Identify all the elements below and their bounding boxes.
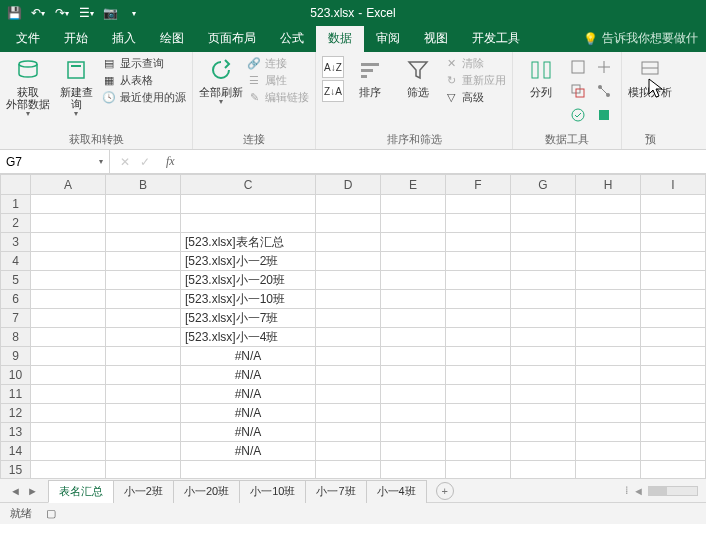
row-header-10[interactable]: 10 — [1, 366, 31, 385]
cell-I7[interactable] — [641, 309, 706, 328]
cell-C12[interactable]: #N/A — [181, 404, 316, 423]
tab-review[interactable]: 审阅 — [364, 25, 412, 52]
row-header-9[interactable]: 9 — [1, 347, 31, 366]
cell-E13[interactable] — [381, 423, 446, 442]
cell-F7[interactable] — [446, 309, 511, 328]
data-validation-button[interactable] — [567, 104, 589, 126]
cell-C11[interactable]: #N/A — [181, 385, 316, 404]
cell-H5[interactable] — [576, 271, 641, 290]
cell-F5[interactable] — [446, 271, 511, 290]
cell-F10[interactable] — [446, 366, 511, 385]
manage-data-model-button[interactable] — [593, 104, 615, 126]
cell-G15[interactable] — [511, 461, 576, 479]
cell-F12[interactable] — [446, 404, 511, 423]
cell-C3[interactable]: [523.xlsx]表名汇总 — [181, 233, 316, 252]
cell-D4[interactable] — [316, 252, 381, 271]
clear-filter-button[interactable]: ✕清除 — [444, 56, 506, 71]
show-queries-button[interactable]: ▤显示查询 — [102, 56, 186, 71]
cell-C6[interactable]: [523.xlsx]小一10班 — [181, 290, 316, 309]
cell-B11[interactable] — [106, 385, 181, 404]
cell-G10[interactable] — [511, 366, 576, 385]
cell-F2[interactable] — [446, 214, 511, 233]
cell-E3[interactable] — [381, 233, 446, 252]
name-box[interactable]: ▾ — [0, 150, 110, 173]
cell-E4[interactable] — [381, 252, 446, 271]
cell-G9[interactable] — [511, 347, 576, 366]
row-header-13[interactable]: 13 — [1, 423, 31, 442]
cell-D12[interactable] — [316, 404, 381, 423]
redo-icon[interactable]: ↷▾ — [54, 5, 70, 21]
cell-E9[interactable] — [381, 347, 446, 366]
cell-I5[interactable] — [641, 271, 706, 290]
cell-I13[interactable] — [641, 423, 706, 442]
cell-B15[interactable] — [106, 461, 181, 479]
column-header-G[interactable]: G — [511, 175, 576, 195]
row-header-6[interactable]: 6 — [1, 290, 31, 309]
tab-split-handle[interactable]: ⁞ — [625, 484, 629, 497]
cell-A3[interactable] — [31, 233, 106, 252]
add-sheet-button[interactable]: + — [436, 482, 454, 500]
cell-E7[interactable] — [381, 309, 446, 328]
text-to-columns-button[interactable]: 分列 — [519, 56, 563, 98]
cell-G2[interactable] — [511, 214, 576, 233]
cell-F6[interactable] — [446, 290, 511, 309]
cell-B12[interactable] — [106, 404, 181, 423]
cell-D8[interactable] — [316, 328, 381, 347]
reapply-button[interactable]: ↻重新应用 — [444, 73, 506, 88]
refresh-all-button[interactable]: 全部刷新▾ — [199, 56, 243, 107]
column-header-B[interactable]: B — [106, 175, 181, 195]
sort-button[interactable]: 排序 — [348, 56, 392, 98]
cell-H15[interactable] — [576, 461, 641, 479]
flash-fill-button[interactable] — [567, 56, 589, 78]
cell-E2[interactable] — [381, 214, 446, 233]
tab-draw[interactable]: 绘图 — [148, 25, 196, 52]
chevron-down-icon[interactable]: ▾ — [99, 157, 103, 166]
formula-input[interactable] — [185, 150, 706, 173]
save-icon[interactable]: 💾 — [6, 5, 22, 21]
filter-button[interactable]: 筛选 — [396, 56, 440, 98]
cell-A12[interactable] — [31, 404, 106, 423]
cell-D10[interactable] — [316, 366, 381, 385]
cell-E8[interactable] — [381, 328, 446, 347]
row-header-4[interactable]: 4 — [1, 252, 31, 271]
remove-duplicates-button[interactable] — [567, 80, 589, 102]
cell-H13[interactable] — [576, 423, 641, 442]
cell-A13[interactable] — [31, 423, 106, 442]
fx-icon[interactable]: fx — [166, 154, 175, 169]
cell-H9[interactable] — [576, 347, 641, 366]
cell-H2[interactable] — [576, 214, 641, 233]
column-header-E[interactable]: E — [381, 175, 446, 195]
column-header-A[interactable]: A — [31, 175, 106, 195]
scroll-left-icon[interactable]: ◄ — [633, 485, 644, 497]
sheet-tab-1[interactable]: 小一2班 — [113, 480, 174, 503]
cell-E5[interactable] — [381, 271, 446, 290]
sheet-nav-prev-icon[interactable]: ◄ — [10, 485, 21, 497]
cell-C10[interactable]: #N/A — [181, 366, 316, 385]
cell-I14[interactable] — [641, 442, 706, 461]
cell-A2[interactable] — [31, 214, 106, 233]
cell-G11[interactable] — [511, 385, 576, 404]
cell-F11[interactable] — [446, 385, 511, 404]
advanced-filter-button[interactable]: ▽高级 — [444, 90, 506, 105]
cell-F1[interactable] — [446, 195, 511, 214]
cell-G5[interactable] — [511, 271, 576, 290]
cell-G8[interactable] — [511, 328, 576, 347]
tab-insert[interactable]: 插入 — [100, 25, 148, 52]
cell-H6[interactable] — [576, 290, 641, 309]
get-external-data-button[interactable]: 获取 外部数据▾ — [6, 56, 50, 119]
cell-I9[interactable] — [641, 347, 706, 366]
row-header-11[interactable]: 11 — [1, 385, 31, 404]
tell-me-search[interactable]: 💡 告诉我你想要做什 — [575, 25, 706, 52]
row-header-2[interactable]: 2 — [1, 214, 31, 233]
cell-E11[interactable] — [381, 385, 446, 404]
cell-I10[interactable] — [641, 366, 706, 385]
cell-A9[interactable] — [31, 347, 106, 366]
cell-H4[interactable] — [576, 252, 641, 271]
column-header-D[interactable]: D — [316, 175, 381, 195]
row-header-5[interactable]: 5 — [1, 271, 31, 290]
tab-developer[interactable]: 开发工具 — [460, 25, 532, 52]
cell-F13[interactable] — [446, 423, 511, 442]
horizontal-scrollbar[interactable] — [648, 486, 698, 496]
column-header-I[interactable]: I — [641, 175, 706, 195]
cell-D9[interactable] — [316, 347, 381, 366]
